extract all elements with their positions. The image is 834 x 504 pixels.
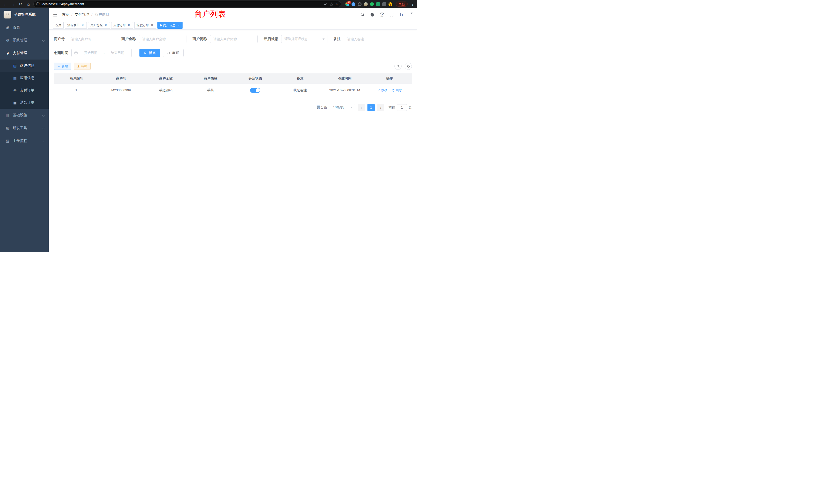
app-logo[interactable]: 芋道管理系统 [0, 8, 49, 21]
url-text: localhost:1024/pay/merchant [42, 2, 322, 6]
sidebar-item-payment[interactable]: ¥ 支付管理 [0, 47, 49, 60]
tag-refund-orders[interactable]: 退款订单 × [134, 22, 156, 29]
sidebar-item-workflow[interactable]: ▨ 工作流程 [0, 135, 49, 147]
edit-link[interactable]: 修改 [377, 88, 387, 92]
tag-pay-orders[interactable]: 支付订单 × [111, 22, 133, 29]
field-label: 商户简称 [193, 37, 207, 41]
breadcrumb-item[interactable]: 首页 [62, 12, 69, 17]
app-title: 芋道管理系统 [14, 12, 36, 17]
delete-link[interactable]: 删除 [392, 88, 402, 92]
sidebar-item-app-info[interactable]: ▦ 应用信息 [0, 72, 49, 84]
help-icon[interactable]: ? [380, 13, 384, 17]
extension-icon[interactable] [370, 2, 374, 6]
merchant-no-input[interactable] [68, 35, 115, 43]
sidebar-item-system[interactable]: ⚙ 系统管理 [0, 34, 49, 47]
hamburger-icon[interactable]: ☰ [53, 12, 57, 18]
address-bar[interactable]: ⓘ localhost:1024/pay/merchant ☆ [34, 1, 341, 7]
remark-input[interactable] [344, 35, 391, 43]
toggle-search-icon[interactable] [394, 63, 401, 70]
back-icon[interactable]: ← [3, 2, 8, 6]
close-icon[interactable]: × [150, 24, 154, 27]
profile-avatar-icon[interactable] [389, 2, 392, 6]
tag-home[interactable]: 首页 [53, 22, 64, 29]
extension-icon[interactable] [376, 2, 380, 6]
goto-page-input[interactable] [397, 104, 407, 111]
col-status: 开启状态 [233, 73, 278, 84]
sidebar-item-refund-orders[interactable]: ▣ 退款订单 [0, 96, 49, 109]
reload-icon[interactable]: ⟳ [18, 2, 24, 6]
search-form-row-2: 创建时间 开始日期 - 结束日期 搜索 重置 [54, 49, 412, 57]
extensions-cluster: 10 [345, 2, 392, 6]
export-button-label: 导出 [81, 64, 87, 69]
add-button[interactable]: ＋ 新增 [54, 63, 71, 70]
total-count: 1 [321, 106, 323, 109]
close-icon[interactable]: × [177, 24, 180, 27]
extension-icon[interactable] [364, 2, 368, 6]
chevron-down-icon [42, 139, 45, 142]
extension-icon[interactable] [358, 2, 361, 6]
col-actions: 操作 [367, 73, 412, 84]
search-button[interactable]: 搜索 [139, 49, 160, 57]
extension-icon[interactable] [382, 2, 386, 6]
browser-update-button[interactable]: 更新 [396, 2, 408, 7]
site-info-icon[interactable]: ⓘ [36, 2, 40, 6]
sidebar-item-merchant-info[interactable]: ▤ 商户信息 [0, 60, 49, 72]
search-icon[interactable] [360, 12, 365, 17]
cell-status [233, 84, 278, 97]
sidebar-item-home[interactable]: ◉ 首页 [0, 21, 49, 34]
sidebar-item-dev-tools[interactable]: ▧ 研发工具 [0, 122, 49, 135]
page-content: 商户号 商户全称 商户简称 开启状态 请选择开启状态 [49, 30, 417, 252]
export-button[interactable]: 导出 [74, 63, 91, 70]
refresh-table-icon[interactable] [405, 63, 412, 70]
breadcrumb-item[interactable]: 支付管理 [75, 12, 89, 17]
search-button-label: 搜索 [149, 50, 156, 55]
forward-icon[interactable]: → [10, 2, 16, 6]
trash-icon [392, 89, 395, 92]
next-page-button[interactable]: › [377, 104, 385, 111]
browser-menu-icon[interactable]: ⋮ [411, 2, 414, 6]
plus-icon: ＋ [57, 64, 60, 69]
cell-merchant-id: 1 [54, 84, 98, 97]
create-time-range-picker[interactable]: 开始日期 - 结束日期 [71, 49, 132, 57]
sidebar-item-infrastructure[interactable]: ▥ 基础设施 [0, 109, 49, 122]
cell-full-name: 芋道源码 [144, 84, 188, 97]
date-separator: - [104, 51, 105, 55]
close-icon[interactable]: × [81, 24, 85, 27]
tag-merchant-info[interactable]: 商户信息 × [157, 22, 182, 29]
field-label: 商户全称 [122, 37, 136, 41]
full-name-input[interactable] [139, 35, 186, 43]
sidebar-item-label: 系统管理 [13, 38, 42, 43]
tag-label: 支付订单 [113, 23, 126, 27]
extension-icon[interactable] [352, 2, 355, 6]
home-icon[interactable]: ⌂ [26, 2, 31, 6]
start-date-placeholder: 开始日期 [79, 50, 102, 55]
fullscreen-icon[interactable] [389, 12, 394, 17]
search-form-row-1: 商户号 商户全称 商户简称 开启状态 请选择开启状态 [54, 35, 412, 43]
font-size-icon[interactable]: TT [399, 12, 403, 17]
yen-icon: ¥ [5, 51, 10, 55]
page-number[interactable]: 1 [368, 104, 375, 111]
share-icon[interactable] [329, 2, 333, 6]
github-icon[interactable] [370, 12, 375, 17]
breadcrumb-separator: / [91, 13, 92, 17]
status-select[interactable]: 请选择开启状态 [281, 35, 327, 43]
close-icon[interactable]: × [104, 24, 108, 27]
page-size-select[interactable]: 10条/页 [331, 104, 355, 111]
reset-button[interactable]: 重置 [163, 49, 183, 57]
tag-user-group[interactable]: 用户分组 × [88, 22, 110, 29]
prev-page-button[interactable]: ‹ [358, 104, 365, 111]
close-icon[interactable]: × [127, 24, 131, 27]
password-key-icon[interactable] [324, 2, 327, 6]
bookmark-star-icon[interactable]: ☆ [335, 2, 338, 6]
select-placeholder: 请选择开启状态 [285, 37, 308, 41]
dashboard-icon: ◉ [5, 25, 10, 30]
status-toggle[interactable] [250, 88, 260, 93]
main-area: ☰ 首页 / 支付管理 / 商户信息 ? TT [49, 8, 417, 252]
field-label: 创建时间 [54, 50, 68, 55]
field-label: 开启状态 [264, 37, 278, 41]
sidebar-item-pay-orders[interactable]: ◎ 支付订单 [0, 84, 49, 96]
extension-icon[interactable]: 10 [345, 2, 349, 6]
tag-process-form[interactable]: 流程表单 × [65, 22, 87, 29]
refresh-icon [167, 51, 171, 55]
short-name-input[interactable] [210, 35, 258, 43]
